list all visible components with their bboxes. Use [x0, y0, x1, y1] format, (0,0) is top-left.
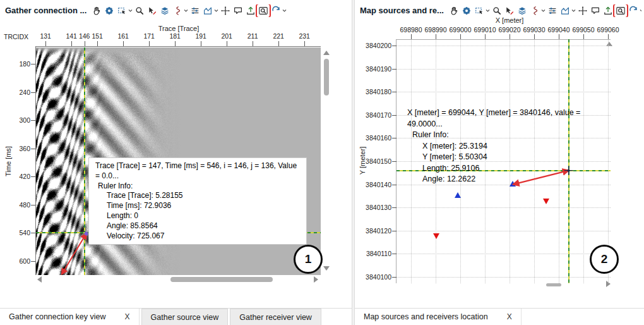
info-ruler-row: Angle: 12.2622	[407, 174, 603, 185]
scroll-right-button[interactable]	[314, 276, 318, 283]
x-tick-label: 699020	[498, 26, 520, 34]
grid-line-horizontal	[397, 231, 611, 231]
x-tick-mark	[278, 41, 279, 46]
move-tool-icon[interactable]	[219, 4, 232, 17]
zoom-select-icon[interactable]	[473, 4, 486, 17]
settings-gear-icon[interactable]	[460, 4, 473, 17]
search-magnifier-icon[interactable]	[491, 4, 503, 17]
x-tick-label: 131	[40, 32, 51, 40]
wiggle-trace-icon[interactable]	[171, 4, 184, 17]
pan-hand-icon[interactable]	[90, 4, 103, 17]
x-tick-mark	[45, 41, 46, 46]
grid-line-horizontal	[397, 92, 611, 92]
y-tick-mark	[392, 277, 397, 278]
slider-rows-icon[interactable]	[189, 4, 201, 17]
dropdown-caret-icon[interactable]	[184, 4, 188, 17]
x-axis-title: Trace [Trace]	[134, 25, 223, 32]
y-tick-label: 3840160	[362, 134, 391, 142]
layers-icon[interactable]	[516, 4, 528, 17]
wiggle-trace-icon[interactable]	[528, 4, 541, 17]
x-tick-mark	[510, 34, 510, 39]
gather-plot-area[interactable]: Trace [Trace] TRCIDX Time [ms] Trace [Tr…	[0, 0, 352, 325]
y-tick-label: 300	[5, 116, 30, 124]
x-tick-mark	[201, 41, 201, 46]
dropdown-caret-icon[interactable]	[282, 4, 287, 17]
refresh-sync-icon[interactable]	[270, 4, 282, 17]
dropdown-caret-icon[interactable]	[640, 4, 641, 17]
settings-gear-icon[interactable]	[103, 4, 116, 17]
y-tick-label: 3840110	[362, 250, 391, 257]
y-tick-mark	[392, 69, 397, 70]
x-tick-label: 161	[117, 32, 129, 40]
horizontal-scrollbar-thumb[interactable]	[546, 283, 561, 286]
vertical-scrollbar-thumb[interactable]	[324, 59, 329, 95]
pan-hand-icon[interactable]	[448, 4, 460, 17]
layers-icon[interactable]	[158, 4, 171, 17]
x-tick-mark	[583, 34, 584, 39]
x-tick-mark	[175, 41, 176, 46]
x-axis-line	[36, 46, 321, 47]
info-ruler-row: Length: 0	[95, 211, 300, 221]
x-tick-mark	[85, 41, 85, 46]
export-chart-icon[interactable]	[602, 4, 614, 17]
y-tick-label: 3840180	[362, 88, 391, 95]
horizontal-scrollbar-thumb[interactable]	[170, 277, 273, 282]
close-icon[interactable]: X	[507, 312, 512, 321]
pick-cursor-icon[interactable]	[503, 4, 516, 17]
area-chart-icon[interactable]	[201, 4, 214, 17]
x-tick-label: 151	[92, 32, 103, 40]
scroll-left-button[interactable]	[37, 276, 42, 283]
map-plot-area[interactable]: X [meter] Y [meter] X [meter] = 699044, …	[355, 0, 644, 325]
refresh-sync-icon[interactable]	[627, 4, 640, 17]
scroll-down-button[interactable]	[323, 266, 330, 271]
x-tick-mark	[436, 34, 436, 39]
x-tick-mark	[460, 34, 461, 39]
search-magnifier-icon[interactable]	[133, 4, 146, 17]
y-tick-label: 3840190	[362, 65, 391, 73]
tab-gather-source-view[interactable]: Gather source view	[141, 309, 229, 325]
dropdown-caret-icon[interactable]	[128, 4, 133, 17]
close-icon[interactable]: X	[125, 312, 130, 321]
info-ruler-row: X [meter]: 25.3194	[407, 141, 603, 152]
move-tool-icon[interactable]	[576, 4, 589, 17]
left-toolbar	[90, 4, 349, 17]
info-ruler-row: Y [meter]: 5.50304	[407, 152, 603, 163]
y-tick-label: 3840200	[362, 42, 391, 49]
x-tick-label: 146	[79, 32, 90, 40]
slider-rows-icon[interactable]	[546, 4, 559, 17]
tab-map-sources-and-receivers-location[interactable]: Map sources and receivers locationX	[355, 309, 522, 325]
tab-label: Gather source view	[151, 313, 219, 322]
dropdown-caret-icon[interactable]	[571, 4, 576, 17]
scroll-up-button[interactable]	[323, 51, 330, 55]
y-tick-mark	[392, 254, 397, 254]
grid-line-horizontal	[397, 46, 611, 46]
gather-connection-pane: Gather connection ... Trace [Trace] TRCI…	[0, 0, 352, 325]
zoom-select-icon[interactable]	[116, 4, 128, 17]
trcidx-label: TRCIDX	[4, 33, 28, 40]
tooltip-bubble-icon[interactable]	[589, 4, 602, 17]
left-pane-header: Gather connection ...	[0, 0, 352, 21]
x-tick-label: 698990	[424, 26, 446, 34]
area-chart-icon[interactable]	[559, 4, 571, 17]
x-tick-label: 699010	[474, 26, 496, 34]
info-position-line: Trace [Trace] = 147, Time [ms] = 546, i …	[95, 161, 300, 181]
x-tick-mark	[253, 41, 253, 46]
dropdown-caret-icon[interactable]	[214, 4, 218, 17]
tab-gather-receiver-view[interactable]: Gather receiver view	[230, 309, 321, 325]
pick-cursor-icon[interactable]	[146, 4, 158, 17]
right-tab-bar: Map sources and receivers locationX	[355, 308, 644, 325]
zoom-region-icon[interactable]	[614, 4, 627, 17]
tab-label: Map sources and receivers location	[364, 312, 488, 321]
dropdown-caret-icon[interactable]	[486, 4, 490, 17]
x-tick-mark	[559, 34, 559, 39]
y-tick-mark	[392, 185, 397, 185]
dropdown-caret-icon[interactable]	[541, 4, 546, 17]
export-chart-icon[interactable]	[244, 4, 257, 17]
map-sources-receivers-pane: Map sources and re... X [meter] Y [meter…	[355, 0, 644, 325]
x-tick-label: 699060	[597, 26, 619, 34]
zoom-region-icon[interactable]	[257, 4, 270, 17]
y-tick-mark	[392, 92, 397, 92]
y-tick-label: 3840120	[362, 227, 391, 235]
tooltip-bubble-icon[interactable]	[232, 4, 244, 17]
tab-gather-connection-key-view[interactable]: Gather connection key viewX	[0, 309, 140, 325]
